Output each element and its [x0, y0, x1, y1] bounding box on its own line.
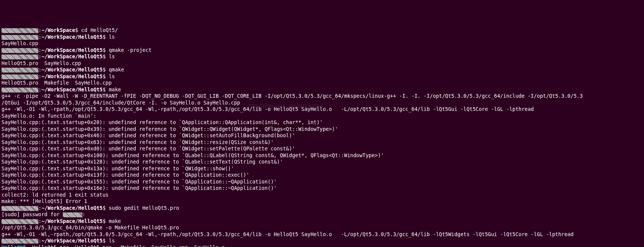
cwd: ~/WorkSpace [41, 27, 75, 33]
error-line: SayHello.cpp:(.text.startup+0x20): undef… [2, 119, 323, 125]
output-line: make: *** [HelloQt5] Error 1 [2, 198, 87, 204]
executable-file: HelloQt5 [2, 244, 26, 247]
output-line: [sudo] password for [2, 211, 63, 217]
command-input: ls [109, 238, 115, 244]
user-host-redacted [2, 239, 38, 244]
user-host-redacted [2, 206, 38, 211]
user-host-redacted [2, 35, 38, 40]
error-line: SayHello.cpp:(.text.startup+0xd0): undef… [2, 145, 295, 152]
user-host-redacted [2, 88, 38, 92]
error-line: SayHello.cpp:(.text.startup+0x13a): unde… [2, 165, 234, 171]
command-input: ls [109, 34, 115, 40]
command-input: ls [109, 53, 115, 59]
output-line: SayHello.o: In function `main': [2, 113, 96, 119]
error-line: SayHello.cpp:(.text.startup+0x63): undef… [2, 139, 274, 145]
command-input: qmake [109, 67, 124, 73]
user-host-redacted [2, 55, 38, 59]
command-input: cd HelloQt5/ [81, 27, 118, 33]
command-input: qmake -project [109, 47, 152, 53]
user-host-redacted [2, 68, 38, 73]
output-line: /opt/Qt5.3.0/5.3/gcc_64/bin/qmake -o Mak… [2, 224, 179, 230]
output-line: g++ -Wl,-O1 -Wl,-rpath,/opt/Qt5.3.0/5.3/… [2, 106, 537, 112]
user-host-redacted [2, 28, 38, 33]
output-line: HelloQt5.pro HelloQt5.pro~ Makefile SayH… [26, 244, 225, 247]
command-input: make [109, 218, 121, 224]
error-line: SayHello.cpp:(.text.startup+0x46): undef… [2, 132, 295, 138]
error-line: SayHello.cpp:(.text.startup+0x16e): unde… [2, 185, 277, 191]
output-line: HelloQt5.pro Makefile SayHello.cpp [2, 80, 112, 86]
output-line: SayHello.cpp [2, 40, 38, 46]
user-host-redacted [2, 219, 38, 224]
user-redacted [63, 212, 82, 217]
user-host-redacted [2, 48, 38, 53]
output-line: collect2: ld returned 1 exit status [2, 192, 108, 198]
output-line: /QtGui -I/opt/Qt5.3.0/5.3/gcc_64/include… [2, 100, 240, 106]
command-input: ls [109, 73, 115, 79]
error-line: SayHello.cpp:(.text.startup+0x155): unde… [2, 179, 277, 185]
prompt: : [38, 27, 41, 33]
output-line: g++ -Wl,-O1 -Wl,-rpath,/opt/Qt5.3.0/5.3/… [2, 231, 577, 237]
command-input: sudo gedit HelloQt5.pro [109, 205, 179, 211]
error-line: SayHello.cpp:(.text.startup+0x13f): unde… [2, 172, 249, 178]
command-input: make [109, 86, 121, 92]
terminal[interactable]: :~/WorkSpace$ cd HelloQt5/ :~/WorkSpace/… [2, 27, 642, 247]
output-line: HelloQt5.pro SayHello.cpp [2, 60, 81, 66]
cwd: ~/WorkSpace/HelloQt5 [41, 34, 103, 40]
user-host-redacted [2, 74, 38, 79]
error-line: SayHello.cpp:(.text.startup+0x128): unde… [2, 159, 283, 165]
error-line: SayHello.cpp:(.text.startup+0x100): unde… [2, 152, 384, 158]
error-line: SayHello.cpp:(.text.startup+0x39): undef… [2, 126, 338, 132]
output-line: g++ -c -pipe -O2 -Wall -W -D_REENTRANT -… [2, 93, 583, 99]
